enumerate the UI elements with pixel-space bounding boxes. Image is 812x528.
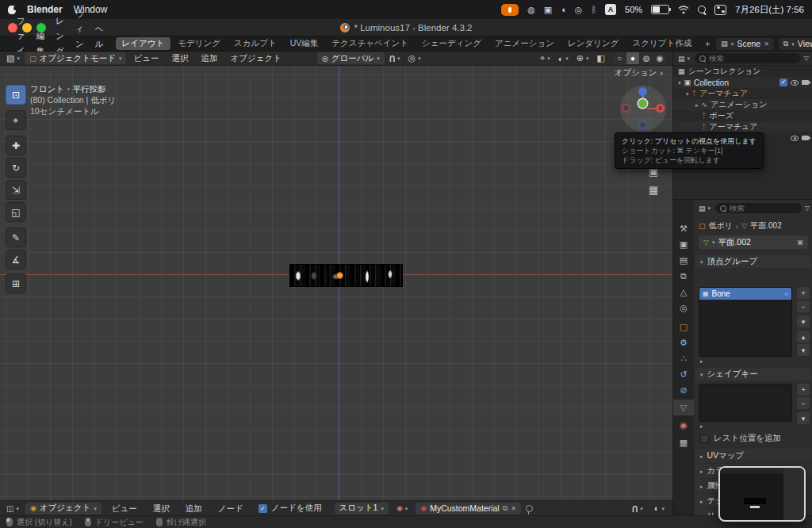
tab-sculpting[interactable]: スカルプト xyxy=(228,37,283,50)
status-app-icon-1[interactable]: ◍ xyxy=(527,5,535,15)
outliner-row-pose[interactable]: ᛉ ポーズ xyxy=(673,110,812,121)
pin-id-icon[interactable] xyxy=(526,505,533,512)
shape-key-specials-menu[interactable]: ▾ xyxy=(797,412,810,424)
tab-viewlayer-properties[interactable]: ⧉ xyxy=(673,268,694,284)
tab-tool-properties[interactable]: ⚒ xyxy=(673,220,694,236)
breadcrumb-data[interactable]: 平面.002 xyxy=(750,220,781,231)
outliner-row-animation[interactable]: ▸ ∿ アニメーション xyxy=(673,99,812,110)
disable-in-render-icon[interactable] xyxy=(802,80,809,85)
tab-particle-properties[interactable]: ∴ xyxy=(673,350,694,366)
tab-render-properties[interactable]: ▣ xyxy=(673,236,694,252)
shader-menu-view[interactable]: ビュー xyxy=(106,501,143,516)
viewlayer-selector[interactable]: ⧉ ▾ ViewLayer ⊞ xyxy=(779,38,812,50)
viewport-options-dropdown[interactable]: オプション▾ xyxy=(615,67,663,78)
tool-cursor[interactable]: ⌖ xyxy=(6,110,26,130)
shading-rendered-button[interactable]: ◉ xyxy=(653,52,666,64)
shader-menu-select[interactable]: 選択 xyxy=(147,501,175,516)
tool-select-box[interactable]: ⊡ xyxy=(6,85,26,105)
apple-menu-icon[interactable] xyxy=(8,6,16,14)
shading-solid-button[interactable]: ● xyxy=(626,52,639,64)
shape-keys-section-header[interactable]: ▾ シェイプキー xyxy=(695,368,811,381)
tab-scripting[interactable]: スクリプト作成 xyxy=(626,37,698,50)
shader-menu-add[interactable]: 追加 xyxy=(180,501,208,516)
gizmo-x-negative-axis[interactable] xyxy=(622,104,630,113)
input-source-icon[interactable]: A xyxy=(605,4,616,15)
gizmo-x-axis[interactable]: X xyxy=(656,104,665,113)
mode-selector[interactable]: ▢ オブジェクトモード ▾ xyxy=(25,52,127,64)
unlink-material-icon[interactable]: ✕ xyxy=(511,505,516,512)
tab-scene-properties[interactable]: △ xyxy=(673,284,694,300)
status-app-icon-3[interactable]: ◎ xyxy=(575,5,583,15)
tab-physics-properties[interactable]: ↺ xyxy=(673,366,694,382)
editor-type-selector[interactable]: ▧▾ xyxy=(3,52,23,64)
navigation-gizmo[interactable]: X xyxy=(620,86,666,132)
xray-toggle[interactable]: ◧ xyxy=(594,52,608,64)
properties-search[interactable] xyxy=(715,203,802,213)
properties-editor-type-selector[interactable]: ▤▾ xyxy=(697,202,712,214)
material-name-field[interactable]: ◉ MyCustomMaterial ⧉ ✕ xyxy=(416,503,521,515)
viewport-menu-add[interactable]: 追加 xyxy=(195,51,223,66)
outliner-search[interactable] xyxy=(695,53,801,63)
tab-object-properties[interactable]: ▢ xyxy=(673,319,694,335)
gizmo-y-axis-hovered[interactable] xyxy=(638,99,647,108)
outliner-search-input[interactable] xyxy=(709,54,796,63)
hide-in-viewport-icon[interactable] xyxy=(791,136,799,141)
tab-modeling[interactable]: モデリング xyxy=(171,37,227,50)
outliner-row-collection[interactable]: ▾ ▣ Collection ✓ xyxy=(673,77,812,88)
vertex-groups-list[interactable]: ▦ Bone ○ xyxy=(699,287,792,357)
viewport-menu-select[interactable]: 選択 xyxy=(166,51,193,66)
tool-add-cube[interactable]: ⊞ xyxy=(6,274,26,293)
tool-transform[interactable]: ◱ xyxy=(6,202,26,222)
collection-checkbox[interactable]: ✓ xyxy=(779,78,787,86)
shading-wireframe-button[interactable]: ○ xyxy=(613,52,626,64)
tab-constraint-properties[interactable]: ⊘ xyxy=(673,382,694,398)
tool-annotate[interactable]: ✎ xyxy=(6,228,26,247)
status-app-icon-2[interactable]: ▣ xyxy=(544,5,552,15)
add-vertex-group-button[interactable]: ＋ xyxy=(797,287,810,299)
shader-snap-toggle[interactable]: U▾ xyxy=(629,503,646,515)
screenshot-preview-window[interactable] xyxy=(718,466,806,522)
section-uv-maps[interactable]: ▸UVマップ xyxy=(695,449,811,463)
tab-uv-editing[interactable]: UV編集 xyxy=(284,37,325,50)
vertex-group-specials-menu[interactable]: ▾ xyxy=(797,316,810,327)
viewport-canvas[interactable]: ⊡ ⌖ ✚ ↻ ⇲ ◱ ✎ ∡ ⊞ フロント・平行投影 (80) Collect… xyxy=(0,66,672,500)
show-overlays-toggle[interactable]: ◐▾ xyxy=(555,52,572,64)
tool-scale[interactable]: ⇲ xyxy=(6,180,26,200)
tab-world-properties[interactable]: ◎ xyxy=(673,300,694,316)
disable-in-render-icon[interactable] xyxy=(802,136,809,140)
move-vertex-group-down-button[interactable]: ▾ xyxy=(797,344,810,356)
tool-rotate[interactable]: ↻ xyxy=(6,158,26,178)
vertex-groups-section-header[interactable]: ▾ 頂点グループ xyxy=(695,255,811,268)
show-gizmo-toggle[interactable]: ⊕▾ xyxy=(573,52,592,64)
tab-texture-properties[interactable]: ▦ xyxy=(673,434,694,450)
move-vertex-group-up-button[interactable]: ▴ xyxy=(797,331,810,342)
shape-keys-list[interactable] xyxy=(699,384,792,422)
control-center-icon[interactable] xyxy=(714,5,726,15)
grid-toggle-button[interactable]: ▦ xyxy=(649,184,658,196)
bluetooth-icon[interactable]: ᛒ xyxy=(591,5,596,14)
tab-object-data-properties[interactable]: ▽ xyxy=(673,400,694,415)
outliner-editor-type-selector[interactable]: ▤▾ xyxy=(676,52,691,64)
shader-overlays-toggle[interactable]: ◐▾ xyxy=(651,503,668,515)
viewport-menu-object[interactable]: オブジェクト xyxy=(224,51,286,66)
transform-orientation-selector[interactable]: ◎ グローバル ▾ xyxy=(317,52,385,64)
outliner-row-armature-object[interactable]: ▾ ᛉ アーマチュア xyxy=(673,88,812,99)
properties-search-input[interactable] xyxy=(730,204,797,212)
list-resize-grip[interactable]: ▸ xyxy=(700,423,703,429)
lock-icon[interactable]: ○ xyxy=(784,290,788,297)
browse-material-button[interactable]: ◉▾ xyxy=(393,503,411,515)
hide-in-viewport-icon[interactable] xyxy=(791,80,799,86)
shader-editor-type-selector[interactable]: ◫▾ xyxy=(5,503,21,515)
remove-shape-key-button[interactable]: − xyxy=(797,397,810,409)
outliner-row-scene-collection[interactable]: ▦ シーンコレクション xyxy=(673,66,812,77)
scene-selector[interactable]: ▤ ▾ Scene ✕ xyxy=(716,38,774,50)
shader-type-selector[interactable]: ◉ オブジェクト ▾ xyxy=(25,503,102,515)
menubar-clock[interactable]: 7月26日(土) 7:56 xyxy=(735,4,804,16)
gizmo-z-negative-axis[interactable] xyxy=(638,121,647,129)
copy-material-icon[interactable]: ⧉ xyxy=(503,504,508,513)
disclosure-triangle-icon[interactable]: ▾ xyxy=(686,91,689,97)
mesh-object-plane[interactable] xyxy=(289,264,403,287)
properties-filter-icon[interactable]: ▽ xyxy=(805,205,810,212)
mic-in-use-indicator[interactable] xyxy=(501,4,519,16)
add-workspace-button[interactable]: + xyxy=(699,38,716,49)
